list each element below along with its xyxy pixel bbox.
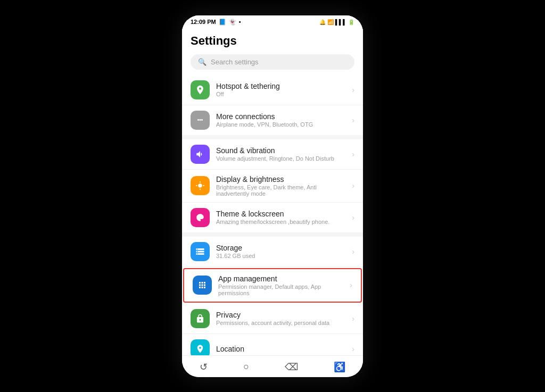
sound-icon — [191, 145, 210, 164]
sound-chevron: › — [352, 150, 354, 159]
theme-subtitle: Amazing theme/lockscreen ,beautify phone… — [216, 219, 349, 225]
settings-item-app-management[interactable]: App management Permission manager, Defau… — [183, 268, 362, 303]
nav-bar: ↺ ○ ⌫ ♿ — [182, 355, 363, 377]
settings-item-display[interactable]: Display & brightness Brightness, Eye car… — [182, 170, 363, 203]
hotspot-title: Hotspot & tethering — [216, 82, 349, 90]
theme-title: Theme & lockscreen — [216, 210, 349, 218]
status-facebook-icon: 📘 — [219, 19, 226, 26]
search-input-wrap[interactable]: 🔍 Search settings — [191, 54, 354, 70]
privacy-icon — [191, 309, 210, 328]
status-time: 12:09 PM — [191, 19, 216, 25]
phone-container: 12:09 PM 📘 👻 • 🔔 📶 ▌▌▌ 🔋 Settings 🔍 Sear… — [182, 15, 363, 377]
status-dot: • — [239, 19, 241, 25]
hotspot-chevron: › — [352, 86, 354, 94]
settings-list: Hotspot & tethering Off › ••• More conne… — [182, 75, 363, 355]
storage-title: Storage — [216, 244, 349, 252]
app-management-title: App management — [218, 274, 346, 283]
app-management-chevron: › — [350, 281, 352, 289]
app-management-subtitle: Permission manager, Default apps, App pe… — [218, 283, 346, 296]
page-title-bar: Settings — [182, 28, 363, 52]
search-placeholder: Search settings — [211, 58, 259, 66]
search-icon: 🔍 — [198, 58, 207, 66]
connections-icon: ••• — [191, 111, 210, 130]
settings-item-location[interactable]: Location › — [182, 334, 363, 355]
status-right: 🔔 📶 ▌▌▌ 🔋 — [319, 19, 354, 25]
status-snapchat-icon: 👻 — [229, 19, 236, 26]
storage-chevron: › — [352, 247, 354, 256]
privacy-subtitle: Permissions, account activity, personal … — [216, 320, 349, 326]
display-subtitle: Brightness, Eye care, Dark theme, Anti i… — [216, 184, 349, 197]
sound-subtitle: Volume adjustment, Ringtone, Do Not Dist… — [216, 155, 349, 162]
storage-subtitle: 31.62 GB used — [216, 253, 349, 259]
display-text: Display & brightness Brightness, Eye car… — [216, 175, 349, 197]
status-left: 12:09 PM 📘 👻 • — [191, 19, 241, 26]
privacy-title: Privacy — [216, 311, 349, 319]
settings-group-3: Storage 31.62 GB used › App management P… — [182, 237, 363, 355]
storage-icon — [191, 242, 210, 261]
settings-item-connections[interactable]: ••• More connections Airplane mode, VPN,… — [182, 105, 363, 135]
sound-title: Sound & vibration — [216, 146, 349, 155]
location-chevron: › — [352, 345, 354, 353]
nav-home-icon[interactable]: ○ — [243, 361, 249, 372]
theme-chevron: › — [352, 213, 354, 222]
privacy-text: Privacy Permissions, account activity, p… — [216, 311, 349, 326]
app-management-text: App management Permission manager, Defau… — [218, 274, 346, 296]
nav-back-icon[interactable]: ↺ — [200, 361, 208, 373]
status-wifi-icon: 📶 — [327, 19, 334, 25]
settings-item-privacy[interactable]: Privacy Permissions, account activity, p… — [182, 304, 363, 334]
hotspot-icon — [191, 80, 210, 99]
location-text: Location — [216, 345, 349, 353]
status-bell-icon: 🔔 — [319, 19, 326, 25]
hotspot-text: Hotspot & tethering Off — [216, 82, 349, 97]
display-icon — [191, 176, 210, 195]
nav-accessibility-icon[interactable]: ♿ — [334, 361, 345, 373]
search-bar: 🔍 Search settings — [182, 52, 363, 75]
connections-chevron: › — [352, 116, 354, 124]
status-signal-icon: ▌▌▌ — [335, 19, 346, 25]
settings-item-storage[interactable]: Storage 31.62 GB used › — [182, 237, 363, 267]
settings-group-2: Sound & vibration Volume adjustment, Rin… — [182, 139, 363, 232]
settings-item-theme[interactable]: Theme & lockscreen Amazing theme/lockscr… — [182, 203, 363, 232]
theme-icon — [191, 208, 210, 227]
connections-subtitle: Airplane mode, VPN, Bluetooth, OTG — [216, 121, 349, 128]
connections-text: More connections Airplane mode, VPN, Blu… — [216, 112, 349, 128]
app-management-icon — [193, 276, 212, 295]
settings-item-hotspot[interactable]: Hotspot & tethering Off › — [182, 75, 363, 105]
page-title: Settings — [191, 34, 354, 48]
hotspot-subtitle: Off — [216, 91, 349, 97]
location-icon — [191, 339, 210, 355]
connections-title: More connections — [216, 112, 349, 121]
screen-content: Settings 🔍 Search settings Hotspot & tet… — [182, 28, 363, 355]
theme-text: Theme & lockscreen Amazing theme/lockscr… — [216, 210, 349, 225]
display-chevron: › — [352, 181, 354, 190]
sound-text: Sound & vibration Volume adjustment, Rin… — [216, 146, 349, 162]
storage-text: Storage 31.62 GB used — [216, 244, 349, 259]
status-battery-icon: 🔋 — [348, 19, 354, 25]
location-title: Location — [216, 345, 349, 353]
settings-item-sound[interactable]: Sound & vibration Volume adjustment, Rin… — [182, 139, 363, 170]
settings-group-1: Hotspot & tethering Off › ••• More conne… — [182, 75, 363, 135]
privacy-chevron: › — [352, 314, 354, 323]
nav-recent-icon[interactable]: ⌫ — [285, 361, 298, 373]
status-bar: 12:09 PM 📘 👻 • 🔔 📶 ▌▌▌ 🔋 — [182, 15, 363, 28]
display-title: Display & brightness — [216, 175, 349, 184]
